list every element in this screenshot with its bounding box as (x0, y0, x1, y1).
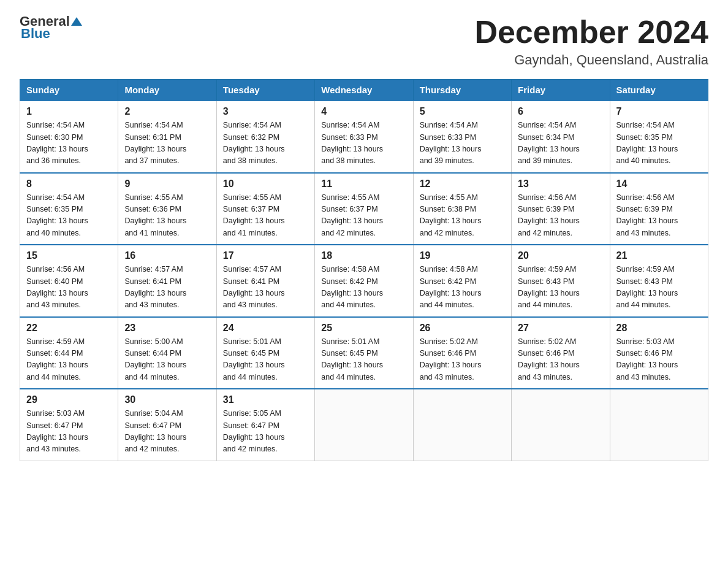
calendar-cell: 16 Sunrise: 4:57 AM Sunset: 6:41 PM Dayl… (118, 245, 216, 317)
calendar-cell: 29 Sunrise: 5:03 AM Sunset: 6:47 PM Dayl… (20, 389, 118, 461)
week-row-1: 1 Sunrise: 4:54 AM Sunset: 6:30 PM Dayli… (20, 101, 708, 173)
day-info: Sunrise: 4:55 AM Sunset: 6:37 PM Dayligh… (223, 192, 308, 240)
calendar-table: SundayMondayTuesdayWednesdayThursdayFrid… (20, 79, 708, 461)
calendar-cell: 7 Sunrise: 4:54 AM Sunset: 6:35 PM Dayli… (610, 101, 708, 173)
calendar-cell: 23 Sunrise: 5:00 AM Sunset: 6:44 PM Dayl… (118, 317, 216, 389)
day-info: Sunrise: 5:00 AM Sunset: 6:44 PM Dayligh… (124, 336, 210, 384)
calendar-cell: 10 Sunrise: 4:55 AM Sunset: 6:37 PM Dayl… (216, 173, 314, 245)
calendar-cell: 11 Sunrise: 4:55 AM Sunset: 6:37 PM Dayl… (315, 173, 413, 245)
day-header-thursday: Thursday (413, 80, 511, 101)
day-info: Sunrise: 5:02 AM Sunset: 6:46 PM Dayligh… (518, 336, 603, 384)
day-info: Sunrise: 5:03 AM Sunset: 6:47 PM Dayligh… (26, 408, 112, 456)
day-number: 15 (26, 250, 112, 261)
day-info: Sunrise: 4:54 AM Sunset: 6:35 PM Dayligh… (616, 120, 702, 167)
calendar-cell: 28 Sunrise: 5:03 AM Sunset: 6:46 PM Dayl… (610, 317, 708, 389)
day-header-monday: Monday (118, 80, 216, 101)
day-number: 5 (420, 106, 505, 117)
calendar-cell: 21 Sunrise: 4:59 AM Sunset: 6:43 PM Dayl… (610, 245, 708, 317)
calendar-cell: 26 Sunrise: 5:02 AM Sunset: 6:46 PM Dayl… (413, 317, 511, 389)
day-number: 18 (321, 250, 406, 261)
calendar-cell: 20 Sunrise: 4:59 AM Sunset: 6:43 PM Dayl… (512, 245, 610, 317)
day-number: 21 (616, 250, 702, 261)
day-number: 28 (616, 323, 702, 334)
day-header-wednesday: Wednesday (315, 80, 413, 101)
day-info: Sunrise: 4:58 AM Sunset: 6:42 PM Dayligh… (321, 264, 406, 312)
calendar-cell: 12 Sunrise: 4:55 AM Sunset: 6:38 PM Dayl… (413, 173, 511, 245)
day-number: 27 (518, 323, 603, 334)
calendar-cell: 8 Sunrise: 4:54 AM Sunset: 6:35 PM Dayli… (20, 173, 118, 245)
calendar-cell: 27 Sunrise: 5:02 AM Sunset: 6:46 PM Dayl… (512, 317, 610, 389)
logo: General Blue (20, 15, 83, 42)
day-number: 11 (321, 178, 406, 190)
calendar-cell: 4 Sunrise: 4:54 AM Sunset: 6:33 PM Dayli… (315, 101, 413, 173)
day-number: 12 (420, 178, 505, 190)
calendar-cell: 30 Sunrise: 5:04 AM Sunset: 6:47 PM Dayl… (118, 389, 216, 461)
days-header-row: SundayMondayTuesdayWednesdayThursdayFrid… (20, 80, 708, 101)
calendar-cell: 17 Sunrise: 4:57 AM Sunset: 6:41 PM Dayl… (216, 245, 314, 317)
day-number: 3 (223, 106, 308, 117)
calendar-cell: 14 Sunrise: 4:56 AM Sunset: 6:39 PM Dayl… (610, 173, 708, 245)
day-number: 24 (223, 323, 308, 334)
day-info: Sunrise: 4:56 AM Sunset: 6:39 PM Dayligh… (616, 192, 702, 240)
day-info: Sunrise: 4:55 AM Sunset: 6:36 PM Dayligh… (124, 192, 210, 240)
svg-marker-0 (71, 17, 82, 26)
day-number: 17 (223, 250, 308, 261)
day-info: Sunrise: 5:02 AM Sunset: 6:46 PM Dayligh… (420, 336, 505, 384)
calendar-cell (315, 389, 413, 461)
day-info: Sunrise: 4:55 AM Sunset: 6:37 PM Dayligh… (321, 192, 406, 240)
day-info: Sunrise: 4:54 AM Sunset: 6:33 PM Dayligh… (321, 120, 406, 167)
day-header-saturday: Saturday (610, 80, 708, 101)
day-header-sunday: Sunday (20, 80, 118, 101)
week-row-3: 15 Sunrise: 4:56 AM Sunset: 6:40 PM Dayl… (20, 245, 708, 317)
day-info: Sunrise: 4:54 AM Sunset: 6:34 PM Dayligh… (518, 120, 603, 167)
calendar-cell: 6 Sunrise: 4:54 AM Sunset: 6:34 PM Dayli… (512, 101, 610, 173)
calendar-cell: 19 Sunrise: 4:58 AM Sunset: 6:42 PM Dayl… (413, 245, 511, 317)
day-number: 20 (518, 250, 603, 261)
day-number: 29 (26, 394, 112, 405)
day-info: Sunrise: 4:59 AM Sunset: 6:43 PM Dayligh… (518, 264, 603, 312)
logo-triangle-icon (70, 15, 83, 28)
calendar-cell: 2 Sunrise: 4:54 AM Sunset: 6:31 PM Dayli… (118, 101, 216, 173)
calendar-cell (512, 389, 610, 461)
day-info: Sunrise: 4:54 AM Sunset: 6:31 PM Dayligh… (124, 120, 210, 167)
month-title: December 2024 (474, 15, 708, 50)
day-number: 31 (223, 394, 308, 405)
calendar-cell: 18 Sunrise: 4:58 AM Sunset: 6:42 PM Dayl… (315, 245, 413, 317)
calendar-cell: 3 Sunrise: 4:54 AM Sunset: 6:32 PM Dayli… (216, 101, 314, 173)
day-number: 7 (616, 106, 702, 117)
day-number: 30 (124, 394, 210, 405)
day-info: Sunrise: 4:59 AM Sunset: 6:44 PM Dayligh… (26, 336, 112, 384)
day-info: Sunrise: 5:03 AM Sunset: 6:46 PM Dayligh… (616, 336, 702, 384)
day-info: Sunrise: 4:57 AM Sunset: 6:41 PM Dayligh… (223, 264, 308, 312)
calendar-cell (610, 389, 708, 461)
day-info: Sunrise: 4:56 AM Sunset: 6:39 PM Dayligh… (518, 192, 603, 240)
week-row-4: 22 Sunrise: 4:59 AM Sunset: 6:44 PM Dayl… (20, 317, 708, 389)
day-info: Sunrise: 4:56 AM Sunset: 6:40 PM Dayligh… (26, 264, 112, 312)
day-info: Sunrise: 5:01 AM Sunset: 6:45 PM Dayligh… (321, 336, 406, 384)
day-number: 10 (223, 178, 308, 190)
day-info: Sunrise: 5:05 AM Sunset: 6:47 PM Dayligh… (223, 408, 308, 456)
calendar-cell (413, 389, 511, 461)
day-info: Sunrise: 5:01 AM Sunset: 6:45 PM Dayligh… (223, 336, 308, 384)
day-info: Sunrise: 5:04 AM Sunset: 6:47 PM Dayligh… (124, 408, 210, 456)
day-number: 16 (124, 250, 210, 261)
day-number: 4 (321, 106, 406, 117)
day-number: 14 (616, 178, 702, 190)
day-number: 19 (420, 250, 505, 261)
calendar-cell: 31 Sunrise: 5:05 AM Sunset: 6:47 PM Dayl… (216, 389, 314, 461)
day-info: Sunrise: 4:54 AM Sunset: 6:32 PM Dayligh… (223, 120, 308, 167)
calendar-cell: 25 Sunrise: 5:01 AM Sunset: 6:45 PM Dayl… (315, 317, 413, 389)
day-info: Sunrise: 4:54 AM Sunset: 6:30 PM Dayligh… (26, 120, 112, 167)
day-number: 2 (124, 106, 210, 117)
day-number: 23 (124, 323, 210, 334)
day-info: Sunrise: 4:59 AM Sunset: 6:43 PM Dayligh… (616, 264, 702, 312)
day-number: 13 (518, 178, 603, 190)
day-info: Sunrise: 4:54 AM Sunset: 6:35 PM Dayligh… (26, 192, 112, 240)
title-block: December 2024 Gayndah, Queensland, Austr… (474, 15, 708, 68)
calendar-cell: 9 Sunrise: 4:55 AM Sunset: 6:36 PM Dayli… (118, 173, 216, 245)
week-row-5: 29 Sunrise: 5:03 AM Sunset: 6:47 PM Dayl… (20, 389, 708, 461)
day-number: 8 (26, 178, 112, 190)
day-number: 25 (321, 323, 406, 334)
calendar-cell: 24 Sunrise: 5:01 AM Sunset: 6:45 PM Dayl… (216, 317, 314, 389)
day-number: 1 (26, 106, 112, 117)
